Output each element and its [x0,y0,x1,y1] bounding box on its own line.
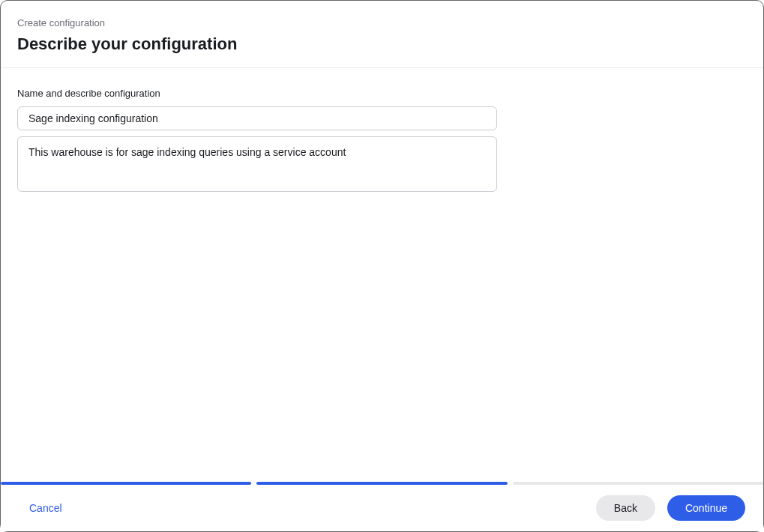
left-actions: Cancel [29,502,62,514]
back-button[interactable]: Back [596,495,655,521]
progress-segment-3 [513,482,763,485]
page-title: Describe your configuration [17,34,747,54]
modal-footer: Cancel Back Continue [1,482,763,531]
progress-bar [1,482,763,485]
configuration-name-input[interactable] [17,106,497,130]
right-actions: Back Continue [596,495,745,521]
footer-actions: Cancel Back Continue [1,485,763,531]
progress-segment-1 [1,482,251,485]
progress-segment-2 [256,482,507,485]
cancel-button[interactable]: Cancel [29,502,62,514]
field-group [17,106,497,195]
breadcrumb: Create configuration [17,17,747,28]
modal-header: Create configuration Describe your confi… [1,1,763,68]
continue-button[interactable]: Continue [667,495,745,521]
section-label: Name and describe configuration [17,88,747,99]
modal-content: Name and describe configuration [1,68,763,531]
modal-container: Create configuration Describe your confi… [0,0,764,532]
configuration-description-textarea[interactable] [17,136,497,192]
